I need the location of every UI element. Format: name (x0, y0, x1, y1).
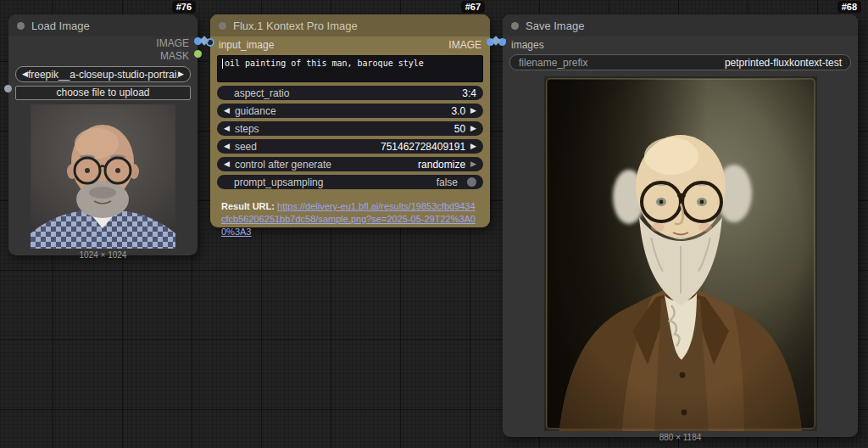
prompt-upsampling-widget[interactable]: prompt_upsampling false (217, 175, 483, 189)
collapse-dot-icon[interactable] (17, 22, 25, 30)
prompt-textarea[interactable]: oil painting of this man, baroque style (217, 55, 483, 82)
node-title: Flux.1 Kontext Pro Image (233, 20, 358, 32)
save-image-preview (544, 76, 817, 431)
mask-output-port[interactable] (194, 50, 202, 58)
upload-input-port[interactable] (4, 85, 12, 92)
node-title: Save Image (526, 20, 584, 32)
load-image-preview (31, 104, 175, 249)
decrement-arrow-icon[interactable]: ◀ (224, 160, 230, 168)
filename-prefix-widget[interactable]: filename_prefix petprinted-fluxkontext-t… (509, 54, 851, 70)
increment-arrow-icon[interactable]: ▶ (470, 160, 476, 168)
output-slot-image: IMAGE (8, 36, 198, 49)
combo-value: freepik__a-closeup-studio-portrai... (28, 69, 178, 81)
image-size-caption: 880 × 1184 (503, 433, 858, 442)
prompt-text: oil painting of this man, baroque style (225, 59, 424, 68)
decrement-arrow-icon[interactable]: ◀ (224, 107, 230, 115)
text-caret (222, 59, 223, 69)
toggle-icon[interactable] (467, 177, 476, 187)
node-id-badge: #68 (837, 1, 861, 13)
increment-arrow-icon[interactable]: ▶ (470, 107, 476, 115)
photo-portrait-man (31, 104, 175, 249)
image-filename-combo[interactable]: ◀ freepik__a-closeup-studio-portrai... ▶ (15, 66, 191, 82)
node-flux-kontext-pro[interactable]: #67 Flux.1 Kontext Pro Image input_image… (210, 14, 490, 227)
guidance-widget[interactable]: ◀ guidance 3.0 ▶ (217, 104, 483, 118)
node-id-badge: #67 (461, 1, 485, 13)
decrement-arrow-icon[interactable]: ◀ (224, 125, 230, 132)
steps-widget[interactable]: ◀ steps 50 ▶ (217, 121, 483, 136)
output-slot-label: IMAGE (448, 39, 481, 51)
combo-left-arrow-icon[interactable]: ◀ (22, 70, 28, 78)
node-save-image[interactable]: #68 Save Image images filename_prefix pe… (503, 14, 858, 437)
increment-arrow-icon[interactable]: ▶ (470, 125, 476, 132)
output-slot-mask: MASK (8, 49, 198, 62)
image-size-caption: 1024 × 1024 (8, 250, 198, 260)
result-url-label: Result URL: (221, 201, 275, 211)
node-header[interactable]: Load Image (8, 14, 198, 36)
node-header[interactable]: Flux.1 Kontext Pro Image (210, 14, 490, 36)
result-url-block: Result URL: https://delivery-eu1.bfl.ai/… (221, 200, 479, 238)
collapse-dot-icon[interactable] (219, 22, 226, 30)
decrement-arrow-icon[interactable]: ◀ (224, 143, 230, 150)
input-slot-label: images (511, 39, 544, 51)
choose-file-button[interactable]: choose file to upload (15, 86, 191, 100)
collapse-dot-icon[interactable] (511, 22, 519, 30)
combo-right-arrow-icon[interactable]: ▶ (178, 70, 184, 78)
control-after-generate-widget[interactable]: ◀ control after generate randomize ▶ (217, 157, 483, 171)
node-title: Load Image (31, 20, 90, 32)
oil-painting-portrait (544, 76, 817, 431)
seed-widget[interactable]: ◀ seed 751462728409191 ▶ (217, 139, 483, 154)
node-load-image[interactable]: #76 Load Image IMAGE MASK ◀ freepik__a-c… (8, 14, 198, 255)
node-header[interactable]: Save Image (503, 14, 858, 36)
increment-arrow-icon[interactable]: ▶ (470, 143, 476, 150)
input-slot-label: input_image (219, 39, 274, 51)
node-graph-canvas[interactable]: #76 Load Image IMAGE MASK ◀ freepik__a-c… (0, 0, 868, 448)
node-id-badge: #76 (172, 1, 196, 13)
aspect-ratio-widget[interactable]: aspect_ratio 3:4 (217, 86, 483, 100)
